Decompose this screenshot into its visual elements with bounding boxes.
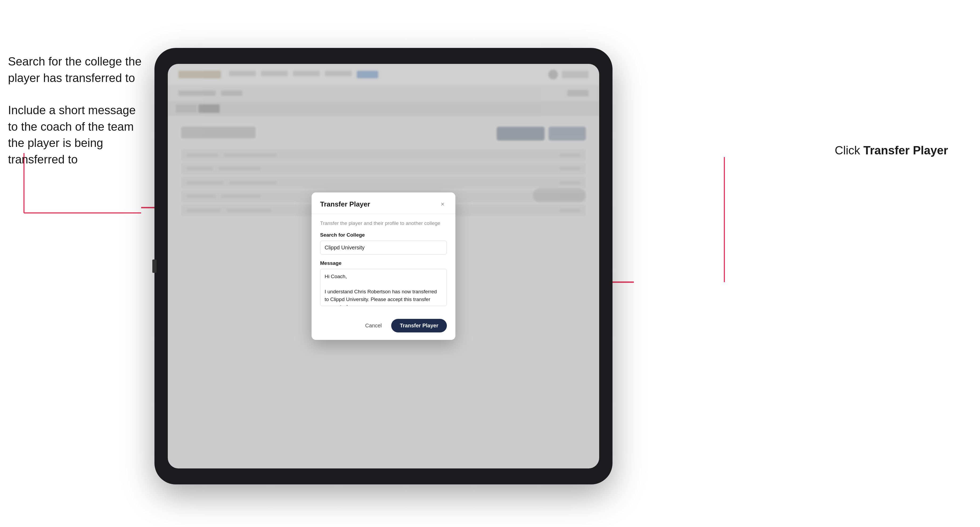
annotation-right-prefix: Click xyxy=(835,144,863,157)
annotation-right: Click Transfer Player xyxy=(835,144,948,157)
transfer-player-modal: Transfer Player × Transfer the player an… xyxy=(312,192,455,340)
search-college-label: Search for College xyxy=(320,232,447,238)
annotation-left: Search for the college the player has tr… xyxy=(8,53,146,168)
tablet-screen: Transfer Player × Transfer the player an… xyxy=(168,64,599,468)
modal-title: Transfer Player xyxy=(320,200,370,208)
modal-close-button[interactable]: × xyxy=(438,200,447,208)
cancel-button[interactable]: Cancel xyxy=(360,319,387,332)
annotation-message-line3: the player is being xyxy=(8,135,146,151)
annotation-message-line1: Include a short message xyxy=(8,102,146,119)
modal-description: Transfer the player and their profile to… xyxy=(320,221,447,226)
modal-header: Transfer Player × xyxy=(312,192,455,214)
annotation-search-line1: Search for the college the xyxy=(8,53,146,70)
message-label: Message xyxy=(320,260,447,266)
annotation-message-line2: to the coach of the team xyxy=(8,119,146,135)
transfer-player-button[interactable]: Transfer Player xyxy=(391,319,447,332)
modal-body: Transfer the player and their profile to… xyxy=(312,214,455,314)
annotation-message-line4: transferred to xyxy=(8,151,146,168)
search-college-input[interactable] xyxy=(320,241,447,254)
tablet-side-button xyxy=(152,259,157,273)
modal-overlay: Transfer Player × Transfer the player an… xyxy=(168,64,599,468)
message-textarea[interactable]: Hi Coach, I understand Chris Robertson h… xyxy=(320,269,447,306)
annotation-search-line2: player has transferred to xyxy=(8,70,146,86)
modal-footer: Cancel Transfer Player xyxy=(312,314,455,340)
annotation-right-bold: Transfer Player xyxy=(863,144,948,157)
tablet-frame: Transfer Player × Transfer the player an… xyxy=(154,48,612,484)
